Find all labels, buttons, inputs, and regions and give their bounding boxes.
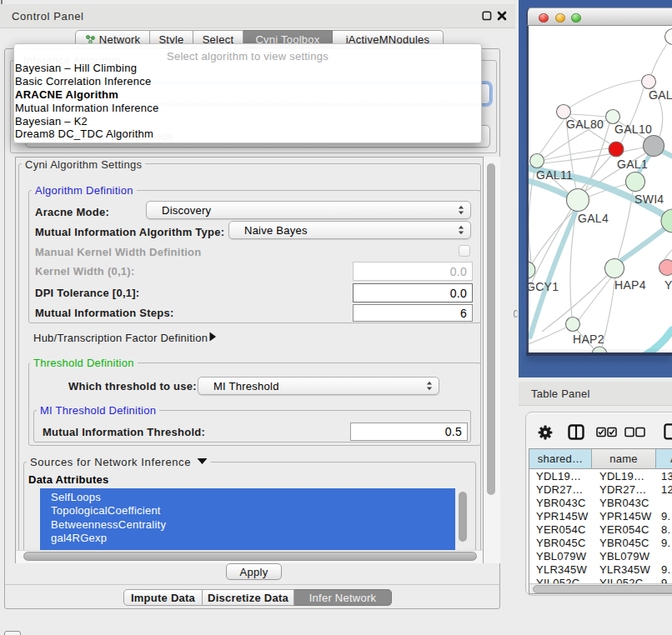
popup-item[interactable]: Dream8 DC_TDC Algorithm xyxy=(15,128,482,141)
table-cell[interactable]: YDR27… xyxy=(536,483,591,497)
table-cell[interactable]: YBR043C xyxy=(599,497,658,510)
table-cell[interactable]: YER054C xyxy=(599,523,658,537)
network-node[interactable] xyxy=(567,189,589,212)
algorithm-dropdown-popup: Select algorithm to view settings Bayesi… xyxy=(13,43,482,143)
network-node[interactable] xyxy=(665,29,672,45)
window-minimize-button[interactable] xyxy=(555,13,565,23)
popup-item[interactable]: ARACNE Algorithm xyxy=(15,88,482,102)
settings-hscrollbar-thumb[interactable] xyxy=(23,552,477,561)
table-cell[interactable]: 12 xyxy=(661,483,672,497)
popup-item[interactable]: Basic Correlation Inference xyxy=(15,75,482,88)
manual-kernel-checkbox[interactable] xyxy=(459,245,470,257)
network-edge-highlighted xyxy=(619,228,666,262)
table-cell[interactable]: YDL19… xyxy=(599,470,658,483)
hub-definition-label[interactable]: Hub/Transcription Factor Definition xyxy=(33,332,208,344)
settings-vscrollbar-thumb[interactable] xyxy=(487,163,495,495)
gear-icon[interactable] xyxy=(538,425,553,440)
node-table[interactable]: shared… name A YDL19…YDL19…13YDR27…YDR27… xyxy=(529,448,672,594)
column-header-third[interactable]: A xyxy=(656,449,672,469)
popup-items: Bayesian – Hill ClimbingBasic Correlatio… xyxy=(15,62,482,141)
table-cell[interactable]: 9. xyxy=(661,563,672,577)
threshold-definition-title: Threshold Definition xyxy=(30,358,138,368)
document-icon[interactable] xyxy=(664,423,672,440)
table-cell[interactable]: YBL079W xyxy=(536,550,591,563)
table-cell[interactable] xyxy=(661,497,672,510)
table-cell[interactable]: YPR145W xyxy=(599,510,658,523)
table-cell[interactable]: YLR345W xyxy=(536,563,591,577)
network-node[interactable] xyxy=(644,136,664,157)
table-hscrollbar-thumb[interactable] xyxy=(533,585,672,593)
table-cell[interactable]: YBR045C xyxy=(599,537,658,550)
tab-infer-network[interactable]: Infer Network xyxy=(294,589,392,606)
float-window-icon[interactable] xyxy=(482,11,492,21)
divider-grip[interactable] xyxy=(514,310,518,318)
control-panel-title: Control Panel xyxy=(12,10,84,22)
expander-down-icon[interactable] xyxy=(197,458,208,465)
network-node[interactable] xyxy=(659,260,672,276)
aracne-mode-combo[interactable]: Discovery xyxy=(146,201,471,219)
tab-discretize-data[interactable]: Discretize Data xyxy=(203,589,294,606)
table-cell[interactable]: YLR345W xyxy=(599,563,658,577)
list-item[interactable]: gal4RGexp xyxy=(40,532,455,545)
table-cell[interactable]: YDL19… xyxy=(536,470,591,483)
table-cell[interactable]: YDR27… xyxy=(599,483,658,497)
table-cell[interactable]: YER054C xyxy=(536,523,591,537)
manual-kernel-label: Manual Kernel Width Definition xyxy=(35,246,202,258)
clipped-toolbar-button[interactable] xyxy=(4,631,21,635)
network-node[interactable] xyxy=(557,105,571,119)
mi-steps-field[interactable]: 6 xyxy=(353,304,473,322)
column-layout-icon[interactable] xyxy=(568,424,584,440)
table-cell[interactable]: YBR045C xyxy=(536,537,591,550)
select-none-icon[interactable] xyxy=(624,427,646,438)
network-node-label: GAL1 xyxy=(617,158,648,171)
mi-steps-label: Mutual Information Steps: xyxy=(35,307,174,319)
expander-right-icon[interactable] xyxy=(208,332,217,342)
network-node[interactable] xyxy=(626,172,645,192)
network-node[interactable] xyxy=(605,259,624,278)
table-cell[interactable]: 8. xyxy=(661,523,672,537)
table-cell[interactable]: YPR145W xyxy=(536,510,591,523)
table-cell[interactable]: 13 xyxy=(661,470,672,483)
kernel-width-field[interactable]: 0.0 xyxy=(353,262,473,281)
column-header-shared-name[interactable]: shared… xyxy=(529,449,592,469)
which-threshold-combo[interactable]: MI Threshold xyxy=(198,377,439,395)
list-item[interactable]: TopologicalCoefficient xyxy=(40,504,455,518)
column-header-name[interactable]: name xyxy=(592,449,656,469)
network-edge-highlighted xyxy=(639,330,672,352)
network-edge xyxy=(618,192,633,259)
popup-item[interactable]: Mutual Information Inference xyxy=(15,102,482,115)
select-all-checked-icon[interactable] xyxy=(596,427,618,438)
network-node-label: GAL11 xyxy=(536,168,573,182)
mi-threshold-field[interactable]: 0.5 xyxy=(350,422,468,441)
bottom-separator xyxy=(5,584,499,585)
apply-button[interactable]: Apply xyxy=(226,563,282,580)
data-attributes-list[interactable]: SelfLoopsTopologicalCoefficientBetweenne… xyxy=(40,488,455,550)
network-node-label: GAL7 xyxy=(649,88,672,102)
network-node[interactable] xyxy=(530,154,544,168)
mi-type-combo[interactable]: Naive Bayes xyxy=(228,221,471,239)
list-item[interactable]: SelfLoops xyxy=(40,491,455,504)
list-item[interactable]: BetweennessCentrality xyxy=(40,518,455,532)
list-scrollbar-thumb[interactable] xyxy=(459,492,467,542)
popup-item[interactable]: Bayesian – Hill Climbing xyxy=(15,62,482,75)
window-zoom-button[interactable] xyxy=(571,13,581,23)
table-cell[interactable]: 9. xyxy=(661,537,672,550)
network-node[interactable] xyxy=(642,75,656,89)
network-node[interactable] xyxy=(592,347,607,352)
which-threshold-label: Which threshold to use: xyxy=(68,380,197,392)
network-node[interactable] xyxy=(609,142,624,157)
network-node[interactable] xyxy=(606,110,620,124)
table-cell[interactable]: 9. xyxy=(661,510,672,523)
table-cell[interactable]: YBR043C xyxy=(536,497,591,510)
network-node[interactable] xyxy=(566,318,580,332)
network-node-label: GAL80 xyxy=(566,118,604,131)
tab-impute-data[interactable]: Impute Data xyxy=(123,589,203,606)
dpi-tolerance-field[interactable]: 0.0 xyxy=(353,283,473,302)
popup-item[interactable]: Bayesian – K2 xyxy=(15,115,482,128)
network-graph: GAL7GAL80GAL10GAL1SWI4GAL11GAL4GCY1HAP4Y… xyxy=(529,26,672,352)
network-window-titlebar[interactable] xyxy=(526,8,672,26)
window-close-button[interactable] xyxy=(539,13,549,23)
close-icon[interactable] xyxy=(497,11,507,21)
table-cell[interactable]: YBL079W xyxy=(599,550,658,563)
table-cell[interactable] xyxy=(661,550,672,563)
